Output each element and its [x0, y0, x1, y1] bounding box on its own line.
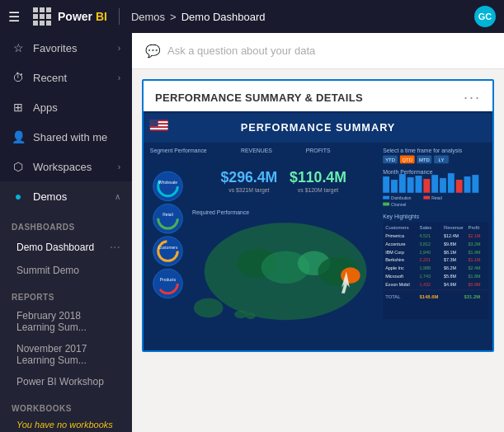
- svg-text:Channel: Channel: [391, 203, 406, 207]
- perf-svg: PERFORMANCE SUMMARY Segment Performance …: [144, 111, 492, 350]
- svg-text:$1.9M: $1.9M: [468, 250, 481, 255]
- svg-text:$6.2M: $6.2M: [444, 265, 457, 270]
- svg-rect-46: [456, 180, 463, 193]
- svg-text:Sales: Sales: [419, 225, 431, 230]
- svg-rect-48: [472, 175, 478, 193]
- waffle-icon[interactable]: [33, 7, 51, 26]
- sidebar-item-apps[interactable]: ⊞ Apps: [0, 92, 132, 122]
- svg-text:3,812: 3,812: [419, 242, 431, 247]
- avatar[interactable]: GC: [474, 6, 496, 27]
- svg-text:2,201: 2,201: [419, 257, 431, 262]
- svg-text:$110.4M: $110.4M: [290, 169, 346, 185]
- dashboard-area: PERFORMANCE SUMMARY & DETAILS ··· PERFOR…: [132, 69, 504, 432]
- svg-rect-51: [423, 196, 430, 200]
- breadcrumb: Demos > Demo Dashboard: [131, 11, 266, 23]
- svg-text:IBM Corp: IBM Corp: [385, 250, 404, 255]
- svg-rect-47: [464, 176, 471, 193]
- qa-placeholder: Ask a question about your data: [167, 45, 315, 57]
- sidebar-item-label: Workspaces: [33, 161, 110, 173]
- no-workbooks-note: You have no workbooks: [0, 416, 132, 432]
- svg-text:vs $120M target: vs $120M target: [298, 187, 338, 194]
- svg-rect-39: [399, 174, 406, 193]
- sub-item-label: Demo Dashboard: [16, 242, 94, 253]
- favorites-icon: ☆: [12, 41, 25, 54]
- chevron-up-icon: ∧: [115, 192, 120, 201]
- svg-text:$4.9M: $4.9M: [444, 282, 457, 287]
- more-icon[interactable]: ···: [110, 240, 120, 255]
- svg-text:$2.1M: $2.1M: [468, 233, 481, 238]
- breadcrumb-separator: >: [170, 11, 177, 23]
- sidebar-item-label: Apps: [33, 101, 120, 114]
- chevron-icon: ›: [118, 73, 120, 82]
- svg-text:Apple Inc: Apple Inc: [385, 265, 404, 270]
- svg-text:Products: Products: [160, 278, 177, 282]
- svg-text:4,521: 4,521: [419, 233, 431, 238]
- sidebar: ☆ Favorites › ⏱ Recent › ⊞ Apps 👤 Shared…: [0, 33, 132, 432]
- sub-item-label: November 2017 Learning Sum...: [16, 343, 120, 366]
- sidebar-item-recent[interactable]: ⏱ Recent ›: [0, 63, 132, 92]
- svg-rect-49: [383, 196, 389, 200]
- breadcrumb-workspace[interactable]: Demos: [131, 11, 165, 23]
- recent-icon: ⏱: [12, 71, 25, 84]
- svg-text:vs $321M target: vs $321M target: [228, 187, 269, 194]
- svg-text:Microsoft: Microsoft: [385, 274, 403, 279]
- svg-rect-6: [150, 128, 168, 129]
- chevron-icon: ›: [118, 44, 120, 53]
- svg-text:QTD: QTD: [402, 157, 412, 162]
- svg-rect-40: [407, 177, 414, 193]
- shared-icon: 👤: [12, 130, 25, 143]
- sidebar-item-favorites[interactable]: ☆ Favorites ›: [0, 33, 132, 63]
- svg-text:Required Performance: Required Performance: [192, 209, 249, 216]
- svg-text:$31.2M: $31.2M: [464, 294, 481, 299]
- hamburger-button[interactable]: ☰: [8, 9, 20, 25]
- topbar: ☰ Power BI Demos > Demo Dashboard GC: [0, 0, 504, 33]
- svg-text:YTD: YTD: [385, 157, 395, 162]
- main-content: 💬 Ask a question about your data PERFORM…: [132, 33, 504, 432]
- svg-point-63: [234, 310, 247, 318]
- dashboards-section-header: DASHBOARDS: [0, 211, 132, 235]
- sidebar-item-shared[interactable]: 👤 Shared with me: [0, 122, 132, 152]
- svg-text:Month Performance: Month Performance: [383, 169, 433, 175]
- sub-item-label: Summit Demo: [16, 265, 79, 276]
- sidebar-item-workspaces[interactable]: ⬡ Workspaces ›: [0, 152, 132, 181]
- sidebar-item-label: Favorites: [33, 42, 110, 54]
- svg-text:$1.8M: $1.8M: [468, 274, 481, 279]
- card-title: PERFORMANCE SUMMARY & DETAILS: [155, 92, 363, 104]
- demos-icon: ●: [12, 190, 25, 203]
- svg-text:Distribution: Distribution: [391, 196, 412, 200]
- svg-rect-42: [423, 179, 430, 193]
- svg-text:$12.4M: $12.4M: [444, 233, 459, 238]
- sidebar-item-demos[interactable]: ● Demos ∧: [0, 181, 132, 211]
- sidebar-sub-feb2018[interactable]: February 2018 Learning Sum...: [0, 305, 132, 338]
- svg-text:$2.4M: $2.4M: [468, 265, 481, 270]
- reports-section-header: REPORTS: [0, 281, 132, 305]
- svg-rect-53: [383, 203, 389, 206]
- svg-text:Accenture: Accenture: [385, 242, 405, 247]
- card-header: PERFORMANCE SUMMARY & DETAILS ···: [144, 81, 492, 111]
- qa-bar[interactable]: 💬 Ask a question about your data: [132, 33, 504, 69]
- sidebar-sub-powerbi-workshop[interactable]: Power BI Workshop: [0, 371, 132, 392]
- workbooks-section-header: WORKBOOKS: [0, 392, 132, 416]
- svg-text:Primerica: Primerica: [385, 233, 404, 238]
- topbar-divider: [119, 8, 120, 25]
- dashboard-card: PERFORMANCE SUMMARY & DETAILS ··· PERFOR…: [142, 79, 494, 352]
- sidebar-item-label: Demos: [33, 190, 106, 203]
- svg-text:REVENUES: REVENUES: [241, 148, 272, 153]
- sidebar-item-label: Recent: [33, 72, 110, 84]
- performance-summary-visual[interactable]: PERFORMANCE SUMMARY Segment Performance …: [144, 111, 492, 350]
- svg-rect-43: [431, 175, 438, 193]
- svg-text:Berkshire: Berkshire: [385, 257, 404, 262]
- svg-point-64: [246, 312, 256, 319]
- topbar-logo: Power BI: [33, 7, 107, 26]
- sidebar-sub-nov2017[interactable]: November 2017 Learning Sum...: [0, 338, 132, 371]
- workspaces-icon: ⬡: [12, 160, 25, 173]
- svg-text:Exxon Mobil: Exxon Mobil: [385, 282, 409, 287]
- svg-text:Wholesale: Wholesale: [158, 181, 177, 185]
- card-menu-button[interactable]: ···: [464, 89, 481, 106]
- sidebar-sub-demo-dashboard[interactable]: Demo Dashboard ···: [0, 235, 132, 260]
- svg-rect-41: [416, 176, 422, 193]
- sidebar-item-label: Shared with me: [33, 131, 120, 143]
- sidebar-sub-summit-demo[interactable]: Summit Demo: [0, 260, 132, 281]
- svg-text:$0.9M: $0.9M: [468, 282, 481, 287]
- svg-text:Revenue: Revenue: [444, 225, 464, 230]
